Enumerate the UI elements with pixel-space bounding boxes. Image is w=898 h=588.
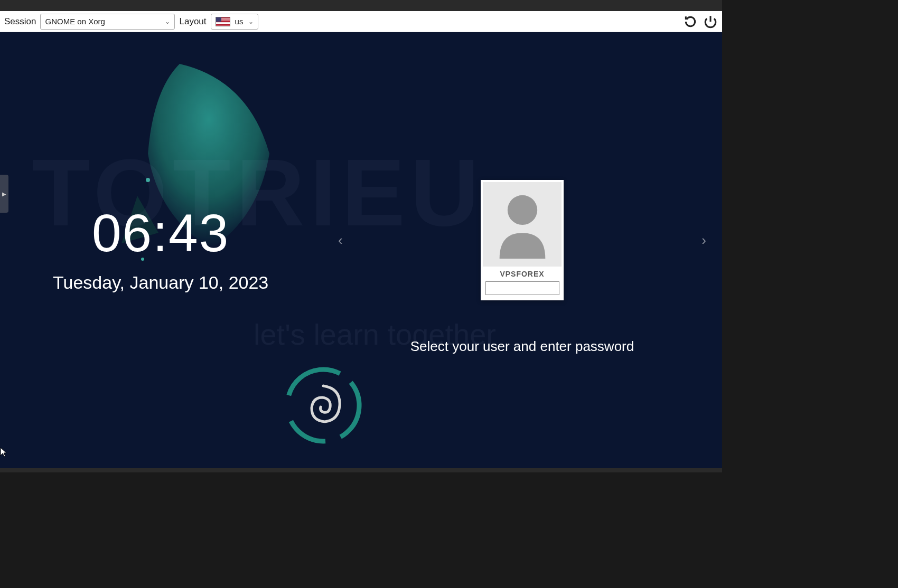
password-input[interactable] <box>485 281 559 295</box>
session-dropdown[interactable]: GNOME on Xorg ⌄ <box>40 14 175 30</box>
layout-dropdown[interactable]: us ⌄ <box>211 14 258 30</box>
chevron-right-icon: › <box>701 232 706 248</box>
cursor-icon <box>0 447 7 458</box>
chevron-down-icon: ⌄ <box>165 18 170 25</box>
svg-point-4 <box>283 365 364 447</box>
session-label: Session <box>3 16 37 27</box>
session-value: GNOME on Xorg <box>45 17 105 26</box>
avatar <box>483 182 562 267</box>
login-screen: TOTRIEU let's learn together ▶ 06:43 Tue… <box>0 32 722 468</box>
next-user-button[interactable]: › <box>691 222 717 259</box>
chevron-down-icon: ⌄ <box>248 18 254 25</box>
chevron-left-icon: ‹ <box>338 232 343 248</box>
login-prompt: Select your user and enter password <box>328 338 717 355</box>
previous-user-button[interactable]: ‹ <box>328 222 353 259</box>
bottom-bar <box>0 468 722 472</box>
debian-logo-icon <box>283 365 364 447</box>
svg-point-3 <box>507 195 537 225</box>
top-panel: Session GNOME on Xorg ⌄ Layout us ⌄ <box>0 11 722 32</box>
username-label: VPSFOREX <box>500 270 544 278</box>
us-flag-icon <box>216 17 230 26</box>
svg-point-1 <box>146 178 150 182</box>
window-titlebar <box>0 0 722 11</box>
user-card[interactable]: VPSFOREX <box>481 180 564 300</box>
layout-label: Layout <box>178 16 207 27</box>
user-icon <box>493 190 551 259</box>
clock-block: 06:43 Tuesday, January 10, 2023 <box>53 206 268 293</box>
restart-button[interactable] <box>682 13 699 30</box>
side-tab-expand[interactable]: ▶ <box>0 175 8 213</box>
clock-time: 06:43 <box>53 206 268 259</box>
power-icon <box>704 15 717 29</box>
user-carousel: ‹ VPSFOREX › <box>328 180 717 300</box>
clock-date: Tuesday, January 10, 2023 <box>53 272 268 293</box>
shutdown-button[interactable] <box>702 13 719 30</box>
layout-value: us <box>235 17 244 26</box>
restart-icon <box>684 15 697 29</box>
